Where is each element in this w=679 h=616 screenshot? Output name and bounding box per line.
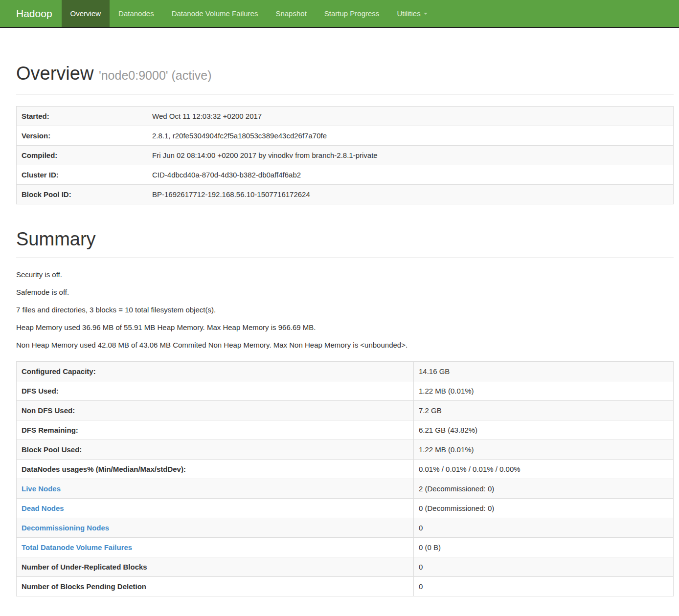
row-value-cell: 14.16 GB (414, 362, 674, 381)
namenode-address: 'node0:9000' (active) (99, 68, 212, 82)
table-row: Block Pool Used: 1.22 MB (0.01%) (17, 440, 674, 460)
row-label-cell: Started: (17, 107, 147, 126)
row-value-cell: CID-4dbcd40a-870d-4d30-b382-db0aff4f6ab2 (147, 165, 674, 185)
row-label-cell: Decommissioning Nodes (17, 518, 414, 538)
table-row: Non DFS Used: 7.2 GB (17, 401, 674, 420)
table-row: Total Datanode Volume Failures 0 (0 B) (17, 538, 674, 557)
nav-item[interactable]: Overview (62, 0, 110, 27)
table-row: Live Nodes 2 (Decommissioned: 0) (17, 479, 674, 499)
row-value: 0 (419, 563, 423, 571)
nav-item[interactable]: Snapshot (267, 0, 315, 27)
row-value-cell: 0 (0 B) (414, 538, 674, 557)
row-label-cell: Number of Blocks Pending Deletion (17, 577, 414, 596)
row-value: 1.22 MB (0.01%) (419, 445, 474, 454)
row-value: 6.21 GB (43.82%) (419, 426, 477, 434)
row-label-cell: Total Datanode Volume Failures (17, 538, 414, 557)
row-value: 2 (Decommissioned: 0) (419, 484, 494, 493)
page-title: Overview 'node0:9000' (active) (16, 62, 674, 87)
row-label: Started: (22, 112, 49, 120)
summary-paragraph: Security is off. (16, 269, 674, 280)
nav-item[interactable]: Datanode Volume Failures (163, 0, 267, 27)
row-value-cell: 1.22 MB (0.01%) (414, 381, 674, 401)
summary-table: Configured Capacity: 14.16 GB DFS Used: … (16, 361, 674, 596)
row-label-cell: Block Pool ID: (17, 185, 147, 204)
row-label-cell: Configured Capacity: (17, 362, 414, 381)
row-value: Fri Jun 02 08:14:00 +0200 2017 by vinodk… (152, 151, 378, 159)
summary-status-lines: Security is off.Safemode is off.7 files … (16, 269, 674, 350)
nav-item-label: Utilities (397, 9, 420, 18)
nav-item-label: Datanode Volume Failures (172, 9, 258, 18)
row-value: 0.01% / 0.01% / 0.01% / 0.00% (419, 465, 521, 473)
table-row: Decommissioning Nodes 0 (17, 518, 674, 538)
row-label: Non DFS Used: (22, 406, 75, 415)
row-value: CID-4dbcd40a-870d-4d30-b382-db0aff4f6ab2 (152, 171, 301, 179)
nav-item[interactable]: Startup Progress (316, 0, 388, 27)
summary-link[interactable]: Live Nodes (22, 484, 61, 493)
row-value: 0 (419, 582, 423, 591)
caret-down-icon (424, 13, 428, 15)
overview-header: Overview 'node0:9000' (active) (16, 62, 674, 95)
row-value-cell: 0 (414, 518, 674, 538)
row-value-cell: 6.21 GB (43.82%) (414, 420, 674, 440)
summary-paragraph: Non Heap Memory used 42.08 MB of 43.06 M… (16, 340, 674, 350)
row-label: DFS Used: (22, 387, 59, 395)
overview-table: Started: Wed Oct 11 12:03:32 +0200 2017 … (16, 106, 674, 204)
row-label-cell: Cluster ID: (17, 165, 147, 185)
table-row: Compiled: Fri Jun 02 08:14:00 +0200 2017… (17, 146, 674, 165)
table-row: Version: 2.8.1, r20fe5304904fc2f5a18053c… (17, 126, 674, 146)
row-value: 0 (0 B) (419, 543, 441, 551)
row-label: Number of Blocks Pending Deletion (22, 582, 146, 591)
row-label-cell: DataNodes usages% (Min/Median/Max/stdDev… (17, 460, 414, 479)
nav-item[interactable]: Utilities (388, 0, 436, 27)
table-row: Number of Blocks Pending Deletion 0 (17, 577, 674, 596)
nav-menu: Overview Datanodes Datanode Volume Failu… (62, 0, 436, 27)
row-value-cell: 0 (Decommissioned: 0) (414, 499, 674, 518)
nav-item-label: Startup Progress (324, 9, 380, 18)
row-label-cell: Block Pool Used: (17, 440, 414, 460)
row-label: Compiled: (22, 151, 57, 159)
row-value-cell: 2 (Decommissioned: 0) (414, 479, 674, 499)
row-label-cell: DFS Remaining: (17, 420, 414, 440)
row-value: 14.16 GB (419, 367, 450, 375)
table-row: Number of Under-Replicated Blocks 0 (17, 557, 674, 577)
row-value-cell: 0.01% / 0.01% / 0.01% / 0.00% (414, 460, 674, 479)
table-row: Block Pool ID: BP-1692617712-192.168.56.… (17, 185, 674, 204)
table-row: Cluster ID: CID-4dbcd40a-870d-4d30-b382-… (17, 165, 674, 185)
row-value-cell: Fri Jun 02 08:14:00 +0200 2017 by vinodk… (147, 146, 674, 165)
nav-item[interactable]: Datanodes (110, 0, 163, 27)
row-value: 1.22 MB (0.01%) (419, 387, 474, 395)
summary-link[interactable]: Decommissioning Nodes (22, 524, 109, 532)
summary-link[interactable]: Dead Nodes (22, 504, 64, 512)
summary-paragraph: 7 files and directories, 3 blocks = 10 t… (16, 305, 674, 315)
main-content: Overview 'node0:9000' (active) Started: … (0, 62, 679, 596)
row-label: Version: (22, 132, 50, 140)
row-label-cell: Live Nodes (17, 479, 414, 499)
brand-logo[interactable]: Hadoop (9, 0, 60, 27)
nav-item-label: Snapshot (275, 9, 306, 18)
table-row: Configured Capacity: 14.16 GB (17, 362, 674, 381)
summary-paragraph: Heap Memory used 36.96 MB of 55.91 MB He… (16, 322, 674, 332)
row-value-cell: 1.22 MB (0.01%) (414, 440, 674, 460)
row-label: DataNodes usages% (Min/Median/Max/stdDev… (22, 465, 186, 473)
nav-item-label: Datanodes (118, 9, 154, 18)
row-label: Cluster ID: (22, 171, 59, 179)
summary-link[interactable]: Total Datanode Volume Failures (22, 543, 132, 551)
row-label-cell: Non DFS Used: (17, 401, 414, 420)
row-label: Block Pool Used: (22, 445, 82, 454)
row-label-cell: Compiled: (17, 146, 147, 165)
row-value-cell: BP-1692617712-192.168.56.10-150771617262… (147, 185, 674, 204)
overview-title: Overview (16, 63, 93, 84)
row-value: 7.2 GB (419, 406, 442, 415)
table-row: DFS Remaining: 6.21 GB (43.82%) (17, 420, 674, 440)
summary-title: Summary (16, 228, 674, 250)
top-navbar: Hadoop Overview Datanodes Datanode Volum… (0, 0, 679, 28)
row-value: 0 (419, 524, 423, 532)
row-value-cell: 0 (414, 577, 674, 596)
row-label-cell: DFS Used: (17, 381, 414, 401)
row-label: DFS Remaining: (22, 426, 78, 434)
table-row: DFS Used: 1.22 MB (0.01%) (17, 381, 674, 401)
row-label: Number of Under-Replicated Blocks (22, 563, 147, 571)
row-label-cell: Version: (17, 126, 147, 146)
row-value-cell: 7.2 GB (414, 401, 674, 420)
row-value: 0 (Decommissioned: 0) (419, 504, 494, 512)
